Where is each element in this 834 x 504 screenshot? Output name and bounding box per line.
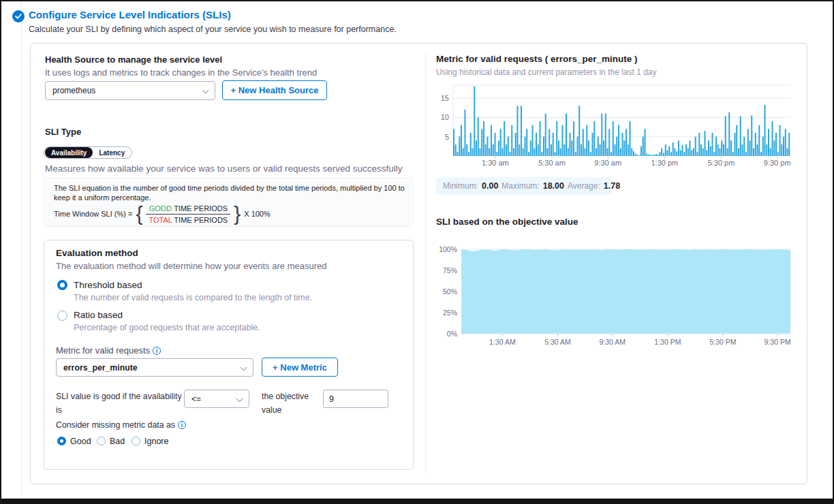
svg-text:0%: 0% bbox=[447, 330, 457, 338]
svg-text:50%: 50% bbox=[443, 287, 457, 296]
svg-text:1:30 PM: 1:30 PM bbox=[654, 338, 681, 346]
step-complete-check-icon bbox=[12, 10, 25, 22]
equation-text-line1: The SLI equation is the number of good t… bbox=[54, 184, 405, 192]
equation-fraction: GOOD TIME PERIODS TOTAL TIME PERIODS bbox=[146, 204, 230, 224]
new-health-source-button[interactable]: + New Health Source bbox=[222, 80, 327, 100]
equation-prefix: Time Window SLI (%) = bbox=[54, 210, 132, 218]
svg-text:1:30 pm: 1:30 pm bbox=[651, 159, 678, 167]
sli-condition-prefix: SLI value is good if the availability is bbox=[56, 390, 187, 417]
open-brace: { bbox=[136, 204, 142, 224]
stepper-connector-line bbox=[21, 1, 22, 496]
missing-data-ignore-radio[interactable] bbox=[132, 437, 140, 445]
denominator-rest: TIME PERIODS bbox=[172, 216, 228, 224]
svg-text:9:30 PM: 9:30 PM bbox=[764, 338, 791, 346]
svg-text:9:30 am: 9:30 am bbox=[594, 159, 621, 167]
health-source-heading: Health Source to manage the service leve… bbox=[45, 54, 222, 65]
metric-chart-subtitle: Using historical data and current parame… bbox=[436, 67, 657, 77]
metric-bar-chart: 510151:30 am5:30 am9:30 am1:30 pm5:30 pm… bbox=[433, 82, 794, 168]
sli-equation-box: The SLI equation is the number of good t… bbox=[44, 178, 414, 227]
metric-select[interactable]: errors_per_minute bbox=[56, 358, 253, 377]
evaluation-method-subheading: The evaluation method will determine how… bbox=[56, 261, 326, 271]
min-value: 0.00 bbox=[482, 181, 498, 191]
svg-text:25%: 25% bbox=[443, 309, 457, 317]
sli-area-chart: 0%25%50%75%100%1:30 AM5:30 AM9:30 AM1:30… bbox=[433, 240, 794, 350]
svg-text:15: 15 bbox=[441, 94, 449, 102]
close-brace: } bbox=[234, 204, 241, 224]
threshold-based-description: The number of valid requests is compared… bbox=[74, 293, 312, 302]
threshold-based-label: Threshold based bbox=[74, 280, 142, 290]
metric-valid-requests-label: Metric for valid requestsi bbox=[56, 345, 161, 356]
svg-text:5:30 AM: 5:30 AM bbox=[544, 338, 571, 346]
missing-data-bad-radio[interactable] bbox=[97, 437, 106, 445]
metric-select-value: errors_per_minute bbox=[63, 363, 138, 373]
chevron-down-icon bbox=[236, 396, 243, 403]
max-value: 18.00 bbox=[543, 181, 564, 191]
metric-chart-title: Metric for valid requests ( errors_per_m… bbox=[436, 54, 638, 64]
missing-data-text: Consider missing metric data as bbox=[56, 420, 175, 430]
svg-text:5: 5 bbox=[445, 133, 449, 141]
sli-condition-middle: the objective value bbox=[262, 390, 319, 417]
metric-valid-requests-text: Metric for valid requests bbox=[56, 345, 150, 356]
column-divider bbox=[425, 53, 426, 474]
sli-chart-title: SLI based on the objective value bbox=[436, 217, 578, 227]
page-title: Configure Service Level Indicatiors (SLI… bbox=[29, 9, 231, 20]
ratio-based-description: Percentage of good requests that are acc… bbox=[74, 323, 260, 332]
svg-text:9:30 AM: 9:30 AM bbox=[599, 338, 626, 346]
missing-data-good-radio[interactable] bbox=[57, 437, 66, 445]
info-icon[interactable]: i bbox=[178, 421, 186, 429]
evaluation-method-heading: Evaluation method bbox=[56, 248, 138, 258]
sli-type-option-availability[interactable]: Availability bbox=[45, 147, 93, 158]
sli-configuration-page: Configure Service Level Indicatiors (SLI… bbox=[0, 0, 834, 504]
svg-text:100%: 100% bbox=[439, 245, 457, 253]
equation-text-line2: keep it a uniform percentage. bbox=[54, 193, 151, 202]
max-label: Maximum: bbox=[501, 181, 539, 191]
chevron-down-icon bbox=[241, 364, 247, 371]
svg-text:9:30 pm: 9:30 pm bbox=[764, 159, 791, 167]
sli-type-heading: SLI Type bbox=[45, 127, 81, 137]
sli-type-option-latency[interactable]: Latency bbox=[93, 147, 131, 158]
equation-suffix: X 100% bbox=[244, 210, 271, 218]
svg-text:10: 10 bbox=[441, 113, 449, 121]
total-time-periods-label: TOTAL bbox=[149, 216, 172, 224]
objective-value-input[interactable] bbox=[323, 390, 388, 408]
new-metric-button[interactable]: + New Metric bbox=[262, 358, 338, 377]
numerator-rest: TIME PERIODS bbox=[172, 204, 228, 212]
metric-stats-badge: Minimum: 0.00 Maximum: 18.00 Average: 1.… bbox=[436, 177, 612, 195]
missing-data-bad-label: Bad bbox=[110, 437, 125, 446]
sli-type-description: Measures how available your service was … bbox=[45, 163, 402, 174]
missing-data-ignore-label: Ignore bbox=[144, 437, 168, 446]
missing-data-label: Consider missing metric data asi bbox=[56, 418, 186, 432]
svg-text:5:30 pm: 5:30 pm bbox=[708, 159, 735, 167]
svg-text:1:30 am: 1:30 am bbox=[482, 159, 509, 167]
sli-type-toggle: Availability Latency bbox=[44, 146, 132, 159]
min-label: Minimum: bbox=[443, 181, 478, 191]
svg-text:5:30 PM: 5:30 PM bbox=[709, 338, 736, 346]
ratio-based-radio[interactable] bbox=[57, 311, 67, 321]
missing-data-good-label: Good bbox=[70, 437, 91, 446]
equation-formula: Time Window SLI (%) = { GOOD TIME PERIOD… bbox=[54, 203, 271, 225]
operator-select-value: <= bbox=[191, 394, 201, 404]
avg-label: Average: bbox=[568, 181, 600, 191]
chevron-down-icon bbox=[202, 87, 209, 94]
health-source-subheading: It uses logs and metrics to track change… bbox=[45, 67, 317, 78]
health-source-select-value: prometheus bbox=[52, 86, 95, 95]
operator-select[interactable]: <= bbox=[184, 390, 249, 408]
good-time-periods-label: GOOD bbox=[149, 204, 172, 212]
svg-text:75%: 75% bbox=[443, 266, 457, 274]
health-source-select[interactable]: prometheus bbox=[45, 81, 215, 100]
avg-value: 1.78 bbox=[604, 181, 620, 191]
info-icon[interactable]: i bbox=[153, 347, 161, 355]
threshold-based-radio[interactable] bbox=[57, 280, 67, 290]
svg-text:5:30 am: 5:30 am bbox=[538, 159, 566, 167]
ratio-based-label: Ratio based bbox=[74, 310, 123, 320]
page-subtitle: Calculate your SLI by defining which asp… bbox=[29, 25, 397, 34]
svg-text:1:30 AM: 1:30 AM bbox=[489, 338, 516, 346]
